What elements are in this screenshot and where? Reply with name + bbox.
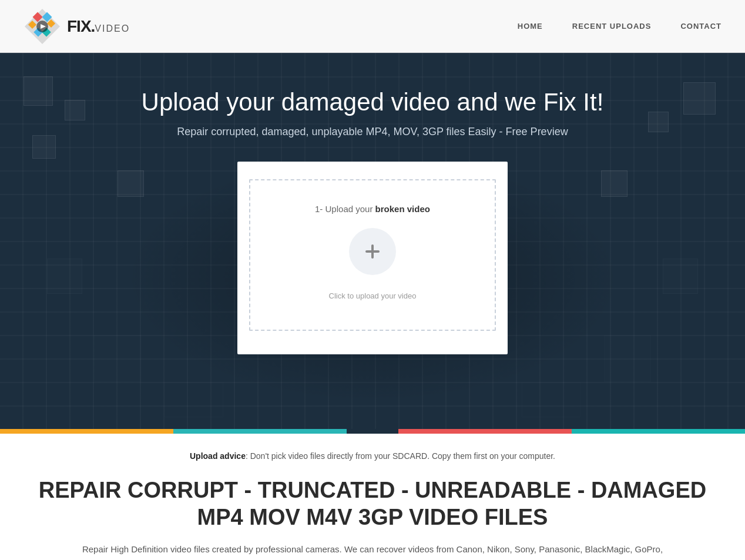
upload-label: 1- Upload your broken video [315, 204, 430, 214]
color-bar-teal [173, 429, 347, 434]
color-bar-orange [0, 429, 173, 434]
deco-block [604, 335, 651, 382]
deco-block [165, 382, 223, 417]
upload-dropzone[interactable]: 1- Upload your broken video Click to upl… [249, 179, 496, 331]
hero-section: Upload your damaged video and we Fix It!… [0, 53, 745, 429]
upload-click-text: Click to upload your video [329, 291, 417, 300]
deco-block [24, 76, 53, 106]
deco-block [118, 170, 144, 197]
logo-text: FIX.VIDEO [67, 17, 130, 36]
deco-block [663, 259, 698, 294]
deco-block [94, 335, 141, 382]
upload-card: 1- Upload your broken video Click to upl… [237, 162, 508, 354]
logo[interactable]: FIX.VIDEO [24, 8, 130, 45]
color-bar-teal2 [572, 429, 745, 434]
deco-block [683, 82, 716, 115]
svg-rect-10 [365, 250, 380, 253]
logo-icon [24, 8, 61, 45]
deco-block [601, 170, 627, 197]
nav-recent-uploads[interactable]: RECENT UPLOADS [572, 22, 652, 31]
deco-block [47, 259, 82, 294]
main-nav: HOME RECENT UPLOADS CONTACT [518, 22, 721, 31]
color-bar [0, 429, 745, 434]
below-hero-section: Upload advice: Don't pick video files di… [0, 434, 745, 560]
plus-icon [363, 242, 382, 261]
color-bar-gap [347, 429, 398, 434]
color-bar-red [398, 429, 572, 434]
upload-plus-circle [349, 228, 396, 275]
deco-block [65, 100, 85, 120]
hero-title: Upload your damaged video and we Fix It! [142, 88, 604, 116]
repair-desc: Repair High Definition video files creat… [24, 542, 721, 556]
deco-block [32, 135, 56, 159]
upload-advice: Upload advice: Don't pick video files di… [24, 451, 721, 461]
nav-home[interactable]: HOME [518, 22, 543, 31]
hero-subtitle: Repair corrupted, damaged, unplayable MP… [177, 126, 568, 138]
repair-title: REPAIR CORRUPT - TRUNCATED - UNREADABLE … [24, 477, 721, 531]
deco-block [522, 382, 580, 417]
deco-block [648, 112, 669, 132]
header: FIX.VIDEO HOME RECENT UPLOADS CONTACT [0, 0, 745, 53]
nav-contact[interactable]: CONTACT [680, 22, 721, 31]
